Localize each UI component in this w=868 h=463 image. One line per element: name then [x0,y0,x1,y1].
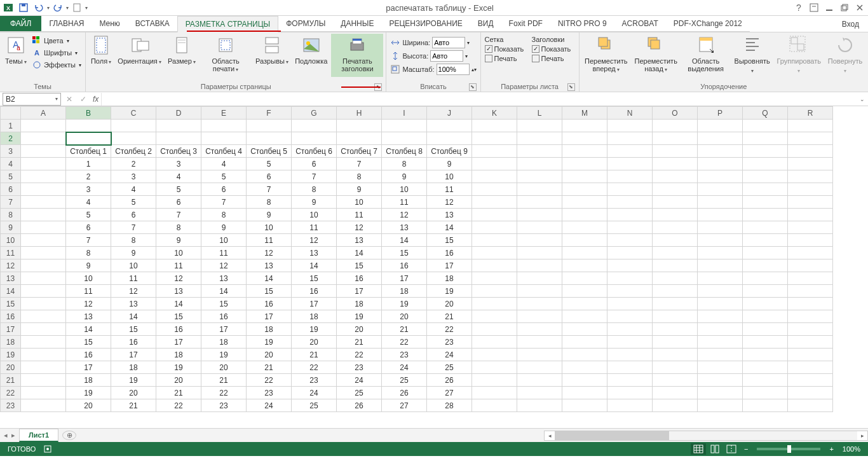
cell[interactable] [698,361,743,374]
cell[interactable]: 20 [111,387,156,399]
selection-pane-button[interactable]: Область выделения [681,34,729,77]
cell[interactable]: 1 [66,158,111,170]
cell[interactable] [698,387,743,399]
col-header-D[interactable]: D [156,107,201,120]
macro-record-icon[interactable] [39,445,56,453]
cell[interactable]: 10 [337,196,382,209]
row-header-12[interactable]: 12 [1,259,21,272]
cell[interactable]: 18 [66,374,111,387]
cell[interactable]: 4 [156,170,201,183]
cell[interactable] [788,310,833,323]
cell[interactable]: 15 [66,336,111,349]
cell[interactable]: 3 [111,170,156,183]
cell[interactable] [472,298,517,310]
cell[interactable] [607,209,653,221]
cell[interactable] [698,285,743,298]
cell[interactable] [562,221,607,234]
cell[interactable] [653,120,698,132]
cell[interactable]: 6 [247,170,292,183]
cell[interactable] [788,209,833,221]
cell[interactable]: 22 [156,399,201,412]
cell[interactable]: 10 [427,170,472,183]
cell[interactable] [743,170,788,183]
cell[interactable] [607,336,653,349]
cell[interactable]: 8 [292,183,337,196]
cell[interactable] [607,285,653,298]
cell[interactable]: 13 [247,259,292,272]
cell[interactable] [21,272,66,285]
cell[interactable]: 8 [201,209,247,221]
signin-link[interactable]: Вход [833,17,868,32]
cell[interactable] [21,158,66,170]
cell[interactable] [562,234,607,247]
cell[interactable] [517,361,562,374]
cell[interactable] [21,361,66,374]
cell[interactable] [21,183,66,196]
cell[interactable] [698,221,743,234]
cell[interactable] [607,387,653,399]
cell[interactable]: 24 [247,399,292,412]
align-button[interactable]: Выровнять [731,34,773,77]
cell[interactable] [517,196,562,209]
page-break-view-icon[interactable] [724,443,739,455]
cell[interactable]: 11 [427,183,472,196]
cell[interactable]: 9 [382,170,427,183]
cell[interactable]: Столбец 8 [382,145,427,158]
cell[interactable] [788,120,833,132]
cell[interactable] [653,387,698,399]
cell[interactable] [743,221,788,234]
cell[interactable] [698,310,743,323]
expand-formula-bar-icon[interactable]: ⌄ [857,96,868,102]
zoom-level[interactable]: 100% [839,445,864,453]
cell[interactable] [788,132,833,145]
cell[interactable] [607,272,653,285]
cell[interactable] [743,209,788,221]
cell[interactable]: 3 [156,158,201,170]
cell[interactable] [111,132,156,145]
cell[interactable] [562,387,607,399]
cell[interactable]: 17 [337,285,382,298]
row-header-15[interactable]: 15 [1,298,21,310]
cell[interactable]: 25 [337,387,382,399]
cell[interactable]: 10 [382,183,427,196]
col-header-F[interactable]: F [247,107,292,120]
cell[interactable] [788,298,833,310]
cell[interactable]: 21 [292,349,337,361]
col-header-G[interactable]: G [292,107,337,120]
cell[interactable] [788,183,833,196]
cell[interactable]: 12 [201,259,247,272]
zoom-out-button[interactable]: − [740,445,752,453]
print-titles-button[interactable]: Печатать заголовки [331,34,383,77]
cell[interactable] [698,196,743,209]
cell[interactable] [788,272,833,285]
cell[interactable]: Столбец 5 [247,145,292,158]
sheet-nav-first-icon[interactable]: ◂ [3,431,9,439]
cell[interactable]: 13 [111,298,156,310]
headings-print-check[interactable]: Печать [531,54,576,63]
cell[interactable]: 18 [247,323,292,336]
cell[interactable] [698,259,743,272]
rotate-button[interactable]: Повернуть [825,34,865,77]
cell[interactable]: 8 [156,221,201,234]
cell[interactable] [472,323,517,336]
cell[interactable]: 21 [337,336,382,349]
cell[interactable] [698,132,743,145]
cell[interactable]: 7 [66,234,111,247]
cell[interactable] [743,158,788,170]
cell[interactable]: 14 [156,298,201,310]
cell[interactable] [653,323,698,336]
cell[interactable] [472,170,517,183]
cell[interactable]: 7 [337,158,382,170]
cell[interactable] [21,234,66,247]
cell[interactable] [247,120,292,132]
tab-nitro-pro-9[interactable]: NITRO PRO 9 [550,16,614,32]
cell[interactable]: 5 [156,183,201,196]
cell[interactable] [21,221,66,234]
row-header-17[interactable]: 17 [1,323,21,336]
cell[interactable] [562,285,607,298]
cell[interactable] [472,120,517,132]
row-header-2[interactable]: 2 [1,132,21,145]
cell[interactable]: 17 [156,336,201,349]
cell[interactable] [653,336,698,349]
cell[interactable]: 21 [111,399,156,412]
